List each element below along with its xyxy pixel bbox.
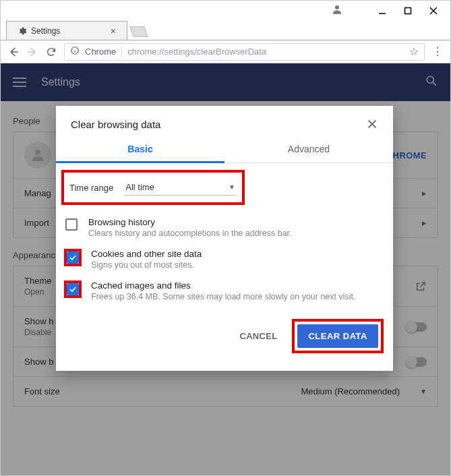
checkbox-cookies[interactable]	[67, 251, 79, 264]
gear-icon	[18, 26, 27, 36]
checkbox-cache[interactable]	[67, 283, 79, 295]
browser-menu-button[interactable]: ⋮	[431, 47, 444, 57]
address-bar[interactable]: Chrome chrome://settings/clearBrowserDat…	[64, 43, 425, 61]
select-value: All time	[125, 182, 154, 192]
forward-button	[26, 46, 38, 58]
checkbox-browsing-history[interactable]	[65, 218, 78, 231]
bookmark-star-icon[interactable]: ☆	[409, 45, 419, 58]
checkbox-highlight	[64, 280, 82, 298]
close-icon[interactable]	[366, 118, 378, 130]
option-desc: Clears history and autocompletions in th…	[88, 229, 292, 238]
time-range-select[interactable]: All time ▼	[124, 179, 237, 196]
option-title: Cached images and files	[91, 280, 356, 291]
tab-advanced[interactable]: Advanced	[224, 136, 393, 163]
reload-button[interactable]	[45, 46, 57, 58]
option-desc: Signs you out of most sites.	[91, 260, 202, 270]
close-window-button[interactable]	[429, 6, 438, 16]
new-tab-button[interactable]	[129, 26, 148, 37]
clear-button-highlight: CLEAR DATA	[292, 319, 384, 353]
time-range-label: Time range	[69, 183, 113, 193]
clear-browsing-data-dialog: Clear browsing data Basic Advanced Time …	[56, 106, 393, 371]
option-title: Cookies and other site data	[91, 249, 202, 259]
checkbox-highlight	[64, 249, 82, 266]
profile-icon[interactable]	[331, 3, 343, 18]
url-chip: Chrome	[85, 47, 116, 57]
browser-tab[interactable]: Settings ×	[6, 21, 127, 40]
site-info-icon[interactable]	[70, 46, 80, 58]
option-desc: Frees up 36.4 MB. Some sites may load mo…	[91, 292, 356, 301]
separator	[121, 47, 122, 57]
url-text: chrome://settings/clearBrowserData	[127, 47, 404, 57]
svg-point-0	[335, 5, 339, 9]
close-tab-icon[interactable]: ×	[111, 26, 116, 36]
option-title: Browsing history	[88, 217, 292, 227]
svg-rect-2	[405, 8, 411, 14]
dialog-title: Clear browsing data	[71, 119, 366, 130]
minimize-button[interactable]	[378, 6, 387, 16]
cancel-button[interactable]: CANCEL	[231, 326, 285, 347]
back-button[interactable]	[7, 46, 20, 58]
chevron-down-icon: ▼	[229, 183, 235, 191]
clear-data-button[interactable]: CLEAR DATA	[297, 324, 378, 348]
time-range-highlight: Time range All time ▼	[61, 170, 245, 205]
maximize-button[interactable]	[403, 6, 413, 16]
tab-basic[interactable]: Basic	[56, 136, 224, 163]
tab-title: Settings	[31, 26, 107, 36]
